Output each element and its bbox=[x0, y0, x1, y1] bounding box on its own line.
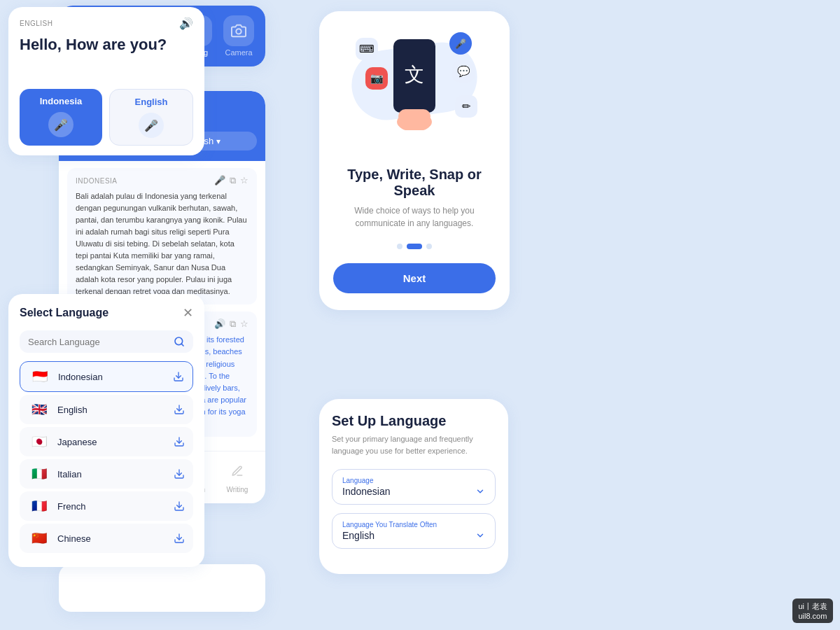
bottom-stub-card bbox=[59, 564, 265, 612]
onboarding-title: Type, Write, Snap or Speak bbox=[333, 167, 496, 199]
english-toggle-name: English bbox=[135, 97, 168, 107]
lang-name-english: English bbox=[57, 405, 174, 415]
source-text-content: Bali adalah pulau di Indonesia yang terk… bbox=[76, 190, 248, 298]
source-text-box: INDONESIA 🎤 ⧉ ☆ Bali adalah pulau di Ind… bbox=[67, 168, 257, 304]
search-bar[interactable] bbox=[20, 330, 193, 353]
english-mic: 🎤 bbox=[139, 113, 164, 138]
lang-item-indonesian[interactable]: 🇮🇩 Indonesian bbox=[20, 361, 193, 392]
often-chevron-down bbox=[475, 531, 485, 540]
phone-svg: 文 bbox=[390, 39, 439, 130]
source-box-icons: 🎤 ⧉ ☆ bbox=[214, 175, 248, 186]
svg-point-1 bbox=[236, 29, 241, 34]
onboarding-illustration: 文 ⌨ 💬 📷 🎤 ✏ bbox=[351, 25, 477, 158]
translation-output-card: ENGLISH 🔊 Hello, How are you? Indonesia … bbox=[8, 7, 204, 155]
lang-toggle-row: Indonesia 🎤 English 🎤 bbox=[20, 89, 193, 146]
lang-name-italian: Italian bbox=[57, 469, 174, 479]
onboarding-subtitle: Wide choice of ways to help you communic… bbox=[333, 204, 496, 230]
float-icon-4: 🎤 bbox=[449, 32, 472, 55]
download-icon-chinese bbox=[174, 533, 185, 544]
lang-name-japanese: Japanese bbox=[57, 437, 174, 447]
dot-1 bbox=[397, 244, 402, 249]
indonesia-toggle[interactable]: Indonesia 🎤 bbox=[20, 89, 102, 146]
svg-rect-7 bbox=[398, 109, 430, 123]
mic-icon[interactable]: 🎤 bbox=[214, 175, 225, 186]
star-icon-2[interactable]: ☆ bbox=[240, 318, 248, 330]
camera-label: Camera bbox=[225, 48, 252, 57]
svg-line-9 bbox=[181, 344, 183, 346]
lang-item-english[interactable]: 🇬🇧 English bbox=[20, 395, 193, 424]
speaker-icon[interactable]: 🔊 bbox=[214, 318, 225, 330]
translate-often-select-field[interactable]: Language You Translate Often English bbox=[332, 513, 496, 549]
flag-french: 🇫🇷 bbox=[28, 498, 50, 514]
camera-icon bbox=[223, 15, 254, 46]
target-lang-chevron bbox=[216, 136, 220, 146]
next-button[interactable]: Next bbox=[333, 263, 496, 293]
float-icon-1: ⌨ bbox=[356, 38, 378, 60]
onboarding-card-1: 文 ⌨ 💬 📷 🎤 ✏ Type, Write, Snap or Speak W… bbox=[319, 11, 510, 310]
search-language-input[interactable] bbox=[28, 337, 168, 347]
lang-name-french: French bbox=[57, 501, 174, 512]
lang-chevron-down bbox=[475, 486, 485, 496]
tab-camera[interactable]: Camera bbox=[223, 15, 254, 57]
lang-item-japanese[interactable]: 🇯🇵 Japanese bbox=[20, 427, 193, 456]
language-field-value: Indonesian bbox=[342, 486, 485, 497]
speaker-icon-right[interactable]: 🔊 bbox=[179, 17, 194, 30]
setup-subtitle: Set your primary language and frequently… bbox=[332, 433, 496, 456]
target-box-icons: 🔊 ⧉ ☆ bbox=[214, 318, 248, 330]
language-select-field[interactable]: Language Indonesian bbox=[332, 469, 496, 505]
copy-icon-2[interactable]: ⧉ bbox=[230, 318, 236, 330]
svg-text:文: 文 bbox=[405, 64, 424, 85]
download-icon-english bbox=[174, 404, 185, 415]
lang-item-french[interactable]: 🇫🇷 French bbox=[20, 491, 193, 521]
panel-title: Select Language bbox=[20, 307, 108, 319]
watermark: ui丨老袁 uil8.com bbox=[792, 598, 833, 623]
dot-3 bbox=[426, 244, 432, 249]
flag-english: 🇬🇧 bbox=[28, 402, 50, 417]
dot-2-active bbox=[407, 244, 422, 249]
copy-icon[interactable]: ⧉ bbox=[230, 175, 236, 186]
float-icon-2: 💬 bbox=[452, 60, 475, 83]
setup-title: Set Up Language bbox=[332, 413, 496, 429]
flag-indonesian: 🇮🇩 bbox=[29, 369, 51, 384]
select-language-panel: Select Language ✕ 🇮🇩 Indonesian 🇬🇧 Engli… bbox=[8, 294, 204, 567]
float-icon-3: 📷 bbox=[365, 67, 388, 90]
pagination-dots bbox=[397, 244, 432, 249]
footer-writing-label: Writing bbox=[227, 486, 248, 493]
flag-chinese: 🇨🇳 bbox=[28, 531, 50, 546]
download-icon-italian bbox=[174, 468, 185, 479]
footer-tab-writing[interactable]: Writing bbox=[225, 458, 250, 493]
flag-japanese: 🇯🇵 bbox=[28, 434, 50, 449]
search-icon bbox=[174, 336, 185, 347]
language-field-label: Language bbox=[342, 477, 485, 484]
footer-writing-icon bbox=[225, 458, 250, 484]
lang-name-indonesian: Indonesian bbox=[58, 372, 173, 382]
trans-lang-label: ENGLISH 🔊 bbox=[20, 17, 193, 30]
float-icon-5: ✏ bbox=[455, 95, 477, 118]
indonesia-toggle-name: Indonesia bbox=[40, 96, 83, 106]
flag-italian: 🇮🇹 bbox=[28, 466, 50, 482]
panel-header: Select Language ✕ bbox=[20, 305, 193, 321]
download-icon-indonesian bbox=[173, 371, 184, 382]
lang-name-chinese: Chinese bbox=[57, 533, 174, 544]
translate-often-value: English bbox=[342, 530, 485, 541]
onboarding-card-2: Set Up Language Set your primary languag… bbox=[319, 399, 508, 574]
source-lang-label: INDONESIA bbox=[76, 177, 118, 185]
translation-main-text: Hello, How are you? bbox=[20, 36, 193, 54]
download-icon-japanese bbox=[174, 436, 185, 447]
english-toggle[interactable]: English 🎤 bbox=[109, 89, 193, 146]
lang-item-italian[interactable]: 🇮🇹 Italian bbox=[20, 459, 193, 489]
star-icon[interactable]: ☆ bbox=[240, 175, 248, 186]
close-button[interactable]: ✕ bbox=[183, 305, 193, 321]
indonesia-mic: 🎤 bbox=[48, 112, 74, 137]
lang-item-chinese[interactable]: 🇨🇳 Chinese bbox=[20, 524, 193, 553]
translate-often-label: Language You Translate Often bbox=[342, 521, 485, 528]
download-icon-french bbox=[174, 500, 185, 512]
